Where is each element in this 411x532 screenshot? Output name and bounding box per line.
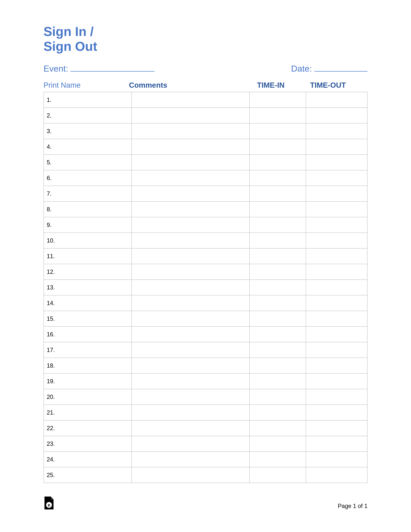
cell-comments[interactable] bbox=[132, 233, 249, 248]
cell-time-out[interactable] bbox=[306, 326, 367, 342]
cell-time-out[interactable] bbox=[306, 436, 367, 452]
cell-comments[interactable] bbox=[132, 139, 249, 154]
cell-time-out[interactable] bbox=[306, 405, 367, 420]
cell-time-out[interactable] bbox=[306, 373, 367, 389]
cell-time-out[interactable] bbox=[306, 264, 367, 280]
cell-comments[interactable] bbox=[132, 186, 249, 201]
cell-time-out[interactable] bbox=[306, 311, 367, 326]
cell-comments[interactable] bbox=[132, 405, 249, 420]
date-blank-line[interactable] bbox=[314, 64, 367, 72]
cell-time-out[interactable] bbox=[306, 248, 367, 264]
cell-comments[interactable] bbox=[132, 373, 249, 389]
cell-print-name[interactable]: 19. bbox=[44, 373, 132, 389]
cell-comments[interactable] bbox=[132, 108, 249, 123]
cell-print-name[interactable]: 7. bbox=[44, 186, 132, 201]
cell-print-name[interactable]: 22. bbox=[44, 420, 132, 436]
cell-time-in[interactable] bbox=[249, 123, 306, 139]
cell-comments[interactable] bbox=[132, 295, 249, 311]
cell-time-in[interactable] bbox=[249, 405, 306, 420]
cell-time-out[interactable] bbox=[306, 452, 367, 467]
cell-comments[interactable] bbox=[132, 154, 249, 170]
cell-time-out[interactable] bbox=[306, 467, 367, 483]
cell-time-in[interactable] bbox=[249, 108, 306, 123]
date-field[interactable]: Date: bbox=[291, 64, 367, 74]
cell-print-name[interactable]: 5. bbox=[44, 154, 132, 170]
cell-time-in[interactable] bbox=[249, 233, 306, 248]
cell-print-name[interactable]: 20. bbox=[44, 389, 132, 405]
cell-time-in[interactable] bbox=[249, 373, 306, 389]
cell-print-name[interactable]: 8. bbox=[44, 201, 132, 217]
cell-time-in[interactable] bbox=[249, 201, 306, 217]
cell-print-name[interactable]: 9. bbox=[44, 217, 132, 233]
cell-print-name[interactable]: 1. bbox=[44, 92, 132, 108]
cell-time-out[interactable] bbox=[306, 186, 367, 201]
cell-comments[interactable] bbox=[132, 389, 249, 405]
cell-print-name[interactable]: 12. bbox=[44, 264, 132, 280]
cell-print-name[interactable]: 17. bbox=[44, 342, 132, 358]
cell-time-out[interactable] bbox=[306, 154, 367, 170]
cell-print-name[interactable]: 2. bbox=[44, 108, 132, 123]
cell-print-name[interactable]: 10. bbox=[44, 233, 132, 248]
cell-print-name[interactable]: 25. bbox=[44, 467, 132, 483]
cell-print-name[interactable]: 16. bbox=[44, 326, 132, 342]
cell-print-name[interactable]: 3. bbox=[44, 123, 132, 139]
cell-comments[interactable] bbox=[132, 201, 249, 217]
cell-comments[interactable] bbox=[132, 326, 249, 342]
cell-time-in[interactable] bbox=[249, 264, 306, 280]
cell-time-out[interactable] bbox=[306, 201, 367, 217]
cell-time-in[interactable] bbox=[249, 248, 306, 264]
cell-time-out[interactable] bbox=[306, 139, 367, 154]
cell-comments[interactable] bbox=[132, 123, 249, 139]
event-blank-line[interactable] bbox=[71, 64, 154, 72]
cell-time-in[interactable] bbox=[249, 452, 306, 467]
cell-print-name[interactable]: 15. bbox=[44, 311, 132, 326]
cell-print-name[interactable]: 18. bbox=[44, 358, 132, 373]
event-field[interactable]: Event: bbox=[44, 64, 154, 74]
cell-time-in[interactable] bbox=[249, 295, 306, 311]
cell-comments[interactable] bbox=[132, 311, 249, 326]
cell-print-name[interactable]: 4. bbox=[44, 139, 132, 154]
cell-time-out[interactable] bbox=[306, 295, 367, 311]
cell-time-out[interactable] bbox=[306, 108, 367, 123]
cell-comments[interactable] bbox=[132, 217, 249, 233]
cell-time-in[interactable] bbox=[249, 170, 306, 186]
cell-time-in[interactable] bbox=[249, 420, 306, 436]
cell-print-name[interactable]: 14. bbox=[44, 295, 132, 311]
cell-comments[interactable] bbox=[132, 436, 249, 452]
cell-print-name[interactable]: 13. bbox=[44, 280, 132, 295]
cell-time-in[interactable] bbox=[249, 389, 306, 405]
cell-time-in[interactable] bbox=[249, 186, 306, 201]
cell-time-out[interactable] bbox=[306, 92, 367, 108]
cell-comments[interactable] bbox=[132, 358, 249, 373]
cell-print-name[interactable]: 21. bbox=[44, 405, 132, 420]
cell-time-in[interactable] bbox=[249, 342, 306, 358]
cell-comments[interactable] bbox=[132, 170, 249, 186]
cell-time-in[interactable] bbox=[249, 467, 306, 483]
cell-comments[interactable] bbox=[132, 342, 249, 358]
cell-comments[interactable] bbox=[132, 248, 249, 264]
cell-time-in[interactable] bbox=[249, 326, 306, 342]
cell-time-in[interactable] bbox=[249, 436, 306, 452]
cell-time-out[interactable] bbox=[306, 358, 367, 373]
cell-time-in[interactable] bbox=[249, 217, 306, 233]
cell-comments[interactable] bbox=[132, 280, 249, 295]
cell-time-in[interactable] bbox=[249, 311, 306, 326]
cell-time-in[interactable] bbox=[249, 358, 306, 373]
cell-comments[interactable] bbox=[132, 452, 249, 467]
cell-comments[interactable] bbox=[132, 264, 249, 280]
cell-time-out[interactable] bbox=[306, 342, 367, 358]
cell-print-name[interactable]: 24. bbox=[44, 452, 132, 467]
cell-time-out[interactable] bbox=[306, 217, 367, 233]
cell-time-out[interactable] bbox=[306, 123, 367, 139]
cell-time-out[interactable] bbox=[306, 389, 367, 405]
cell-print-name[interactable]: 11. bbox=[44, 248, 132, 264]
cell-time-in[interactable] bbox=[249, 92, 306, 108]
cell-comments[interactable] bbox=[132, 92, 249, 108]
cell-comments[interactable] bbox=[132, 420, 249, 436]
cell-time-out[interactable] bbox=[306, 233, 367, 248]
cell-time-out[interactable] bbox=[306, 170, 367, 186]
cell-time-out[interactable] bbox=[306, 420, 367, 436]
cell-time-in[interactable] bbox=[249, 280, 306, 295]
cell-comments[interactable] bbox=[132, 467, 249, 483]
cell-time-in[interactable] bbox=[249, 139, 306, 154]
